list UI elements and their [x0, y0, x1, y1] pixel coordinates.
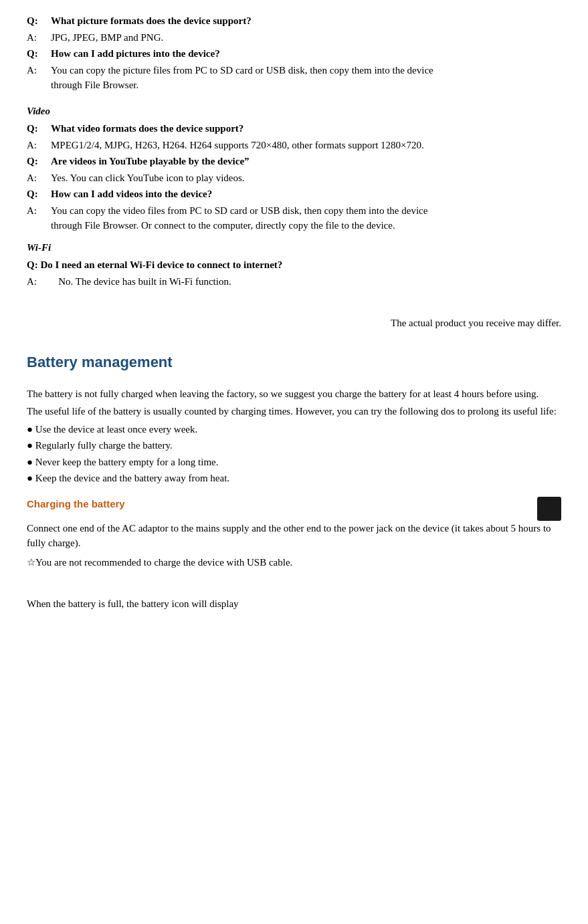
q-label: Q:: [27, 187, 51, 202]
bullet-item-3: ● Never keep the battery empty for a lon…: [27, 455, 561, 470]
video-section: Video Q: What video formats does the dev…: [27, 104, 561, 233]
a-label: A:: [27, 30, 51, 45]
q-text: Are videos in YouTube playable by the de…: [51, 154, 250, 169]
actual-product-note: The actual product you receive may diffe…: [27, 316, 561, 331]
a-text: No. The device has built in Wi-Fi functi…: [51, 274, 561, 290]
bullet-item-1: ● Use the device at least once every wee…: [27, 422, 561, 437]
bullet-item-2: ● Regularly fully charge the battery.: [27, 438, 561, 453]
charging-text: Connect one end of the AC adaptor to the…: [27, 521, 561, 551]
bullet-dot: ●: [27, 440, 35, 451]
a-label: A:: [27, 203, 51, 233]
a-label: A:: [27, 63, 51, 93]
charging-header-left: Charging the battery: [27, 497, 125, 512]
a-text: JPG, JPEG, BMP and PNG.: [51, 30, 561, 45]
charging-heading: Charging the battery: [27, 498, 125, 509]
battery-bullet-list: ● Use the device at least once every wee…: [27, 422, 561, 486]
bullet-text: Use the device at least once every week.: [35, 424, 197, 435]
battery-para2: The useful life of the battery is usuall…: [27, 404, 561, 419]
a-label: A:: [27, 274, 51, 290]
battery-para2-text: The useful life of the battery is usuall…: [27, 406, 557, 417]
power-jack-icon: [537, 497, 561, 521]
video-q2: Q: Are videos in YouTube playable by the…: [27, 154, 561, 185]
a-text: Yes. You can click YouTube icon to play …: [51, 170, 561, 186]
battery-management-section: Battery management The battery is not fu…: [27, 351, 561, 612]
q-text: How can I add pictures into the device?: [51, 46, 220, 62]
battery-para1: The battery is not fully charged when le…: [27, 386, 561, 402]
battery-management-heading: Battery management: [27, 351, 561, 373]
battery-para1-text: The battery is not fully charged when le…: [27, 388, 538, 399]
video-section-label: Video: [27, 104, 561, 119]
bullet-dot: ●: [27, 457, 35, 467]
bullet-item-4: ● Keep the device and the battery away f…: [27, 471, 561, 486]
wifi-section: Wi-Fi Q: Do I need an eternal Wi-Fi devi…: [27, 240, 561, 290]
wifi-section-label: Wi-Fi: [27, 240, 561, 255]
q-text: How can I add videos into the device?: [51, 187, 212, 202]
picture-q1: Q: What picture formats does the device …: [27, 13, 561, 45]
bullet-dot: ●: [27, 473, 35, 483]
charging-header-row: Charging the battery: [27, 497, 561, 521]
battery-bottom-note-text: When the battery is full, the battery ic…: [27, 598, 239, 609]
a-text: MPEG1/2/4, MJPG, H263, H264. H264 suppor…: [51, 138, 561, 153]
video-q3: Q: How can I add videos into the device?…: [27, 187, 561, 233]
q-text: What video formats does the device suppo…: [51, 121, 243, 136]
charging-star-note: ☆You are not recommended to charge the d…: [27, 555, 561, 570]
q-label: Q:: [27, 121, 51, 136]
q-text: What picture formats does the device sup…: [51, 13, 252, 29]
wifi-q1: Q: Do I need an eternal Wi-Fi device to …: [27, 257, 561, 289]
video-q1: Q: What video formats does the device su…: [27, 121, 561, 152]
q-label: Q:: [27, 154, 51, 169]
bullet-text: Keep the device and the battery away fro…: [35, 473, 229, 483]
bullet-text: Regularly fully charge the battery.: [35, 440, 173, 451]
picture-q2: Q: How can I add pictures into the devic…: [27, 46, 561, 93]
charging-text-content: Connect one end of the AC adaptor to the…: [27, 523, 551, 549]
battery-bottom-note: When the battery is full, the battery ic…: [27, 596, 561, 612]
a-text: You can copy the picture files from PC t…: [51, 63, 561, 93]
q-label: Q:: [27, 13, 51, 29]
q-label: Q:: [27, 46, 51, 62]
charging-note-text: ☆You are not recommended to charge the d…: [27, 557, 292, 568]
charging-section: Charging the battery Connect one end of …: [27, 497, 561, 570]
a-label: A:: [27, 170, 51, 186]
a-text: You can copy the video files from PC to …: [51, 203, 561, 233]
a-label: A:: [27, 138, 51, 153]
bullet-text: Never keep the battery empty for a long …: [35, 457, 219, 467]
wifi-q-text: Q: Do I need an eternal Wi-Fi device to …: [27, 257, 561, 273]
bullet-dot: ●: [27, 424, 35, 435]
